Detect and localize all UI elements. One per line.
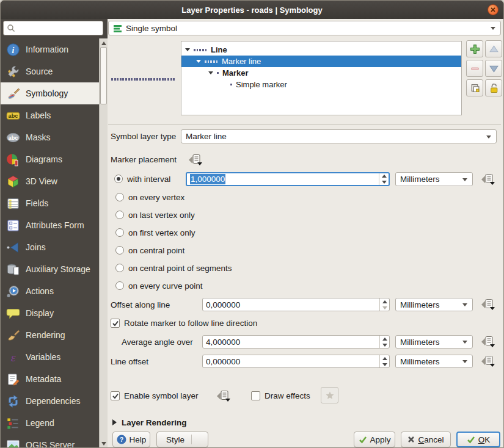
offset-along-line-spinbox[interactable]: 0,000000 bbox=[202, 298, 390, 311]
enable-symbol-layer-checkbox[interactable] bbox=[111, 391, 120, 400]
style-button[interactable]: Style bbox=[156, 432, 208, 447]
sidebar-item-labels[interactable]: abc Labels bbox=[1, 104, 99, 126]
spin-down-icon[interactable] bbox=[380, 305, 389, 311]
add-symbol-layer-button[interactable] bbox=[466, 40, 483, 57]
duplicate-icon bbox=[470, 83, 480, 93]
spin-down-icon[interactable] bbox=[380, 342, 389, 348]
spin-arrows bbox=[379, 355, 389, 367]
tree-row-simple-marker[interactable]: Simple marker bbox=[181, 79, 461, 90]
offset-along-line-unit-combo[interactable]: Millimeters bbox=[395, 298, 473, 311]
data-defined-override-icon[interactable] bbox=[188, 154, 203, 166]
on-central-point-label: on central point bbox=[128, 246, 184, 255]
layer-rendering-expander[interactable]: Layer Rendering bbox=[122, 418, 187, 427]
tree-row-marker[interactable]: Marker bbox=[181, 67, 461, 79]
on-every-vertex-radio[interactable] bbox=[115, 193, 124, 201]
spin-up-icon[interactable] bbox=[380, 355, 389, 361]
plus-icon bbox=[470, 44, 480, 54]
sidebar-item-legend[interactable]: Legend bbox=[1, 412, 99, 434]
apply-label: Apply bbox=[370, 435, 391, 444]
sidebar-scrollbar[interactable] bbox=[99, 38, 108, 448]
sidebar-item-label: Display bbox=[26, 308, 54, 318]
svg-text:abc: abc bbox=[9, 112, 18, 118]
lock-colors-button[interactable] bbox=[485, 79, 502, 96]
symbol-tree: Line Marker line Marker Simple marker bbox=[181, 41, 462, 115]
scroll-down-icon[interactable] bbox=[101, 442, 106, 446]
3d-view-icon bbox=[6, 175, 20, 189]
sidebar-item-label: Masks bbox=[26, 132, 50, 142]
on-central-point-of-segments-radio[interactable] bbox=[115, 264, 124, 272]
average-angle-over-spinbox[interactable]: 4,000000 bbox=[202, 335, 390, 349]
interval-spinbox[interactable]: 1,000000 bbox=[186, 172, 390, 186]
sidebar-item-auxiliary-storage[interactable]: Auxiliary Storage bbox=[1, 258, 99, 280]
expand-arrow-icon[interactable] bbox=[196, 60, 201, 63]
remove-symbol-layer-button[interactable] bbox=[466, 60, 483, 77]
with-interval-label: with interval bbox=[127, 175, 170, 184]
sidebar-item-attributes-form[interactable]: Attributes Form bbox=[1, 214, 99, 236]
close-button[interactable] bbox=[488, 4, 499, 15]
svg-text:i: i bbox=[12, 45, 15, 54]
spin-up-icon[interactable] bbox=[380, 336, 389, 342]
sidebar-item-dependencies[interactable]: Dependencies bbox=[1, 390, 99, 412]
search-input[interactable] bbox=[15, 24, 95, 33]
sidebar-item-symbology[interactable]: Symbology bbox=[1, 82, 99, 104]
data-defined-override-icon[interactable] bbox=[480, 173, 496, 186]
move-down-button[interactable] bbox=[485, 60, 502, 77]
sidebar-item-label: Legend bbox=[26, 418, 54, 428]
effects-options-button[interactable] bbox=[321, 387, 338, 403]
expand-arrow-icon[interactable] bbox=[185, 48, 190, 51]
spin-down-icon[interactable] bbox=[379, 179, 389, 186]
on-last-vertex-only-radio[interactable] bbox=[115, 211, 124, 219]
sidebar-item-variables[interactable]: ε Variables bbox=[1, 346, 99, 368]
sidebar-item-diagrams[interactable]: Diagrams bbox=[1, 148, 99, 170]
line-offset-unit-combo[interactable]: Millimeters bbox=[395, 355, 473, 368]
interval-unit-combo[interactable]: Millimeters bbox=[395, 172, 473, 186]
sidebar-item-information[interactable]: i Information bbox=[1, 38, 99, 60]
spin-down-icon[interactable] bbox=[380, 361, 389, 367]
sidebar-item-joins[interactable]: Joins bbox=[1, 236, 99, 258]
line-offset-spinbox[interactable]: 0,000000 bbox=[202, 355, 390, 368]
sidebar-item-display[interactable]: Display bbox=[1, 302, 99, 324]
marker-icon bbox=[217, 72, 219, 74]
on-every-curve-point-radio[interactable] bbox=[115, 281, 124, 290]
sidebar-item-fields[interactable]: Fields bbox=[1, 192, 99, 214]
variables-icon: ε bbox=[6, 350, 20, 364]
sidebar-item-source[interactable]: Source bbox=[1, 60, 99, 82]
symbol-layer-type-combo[interactable]: Marker line bbox=[181, 129, 497, 143]
data-defined-override-icon[interactable] bbox=[480, 298, 496, 311]
data-defined-override-icon[interactable] bbox=[480, 355, 496, 367]
scrollbar-thumb[interactable] bbox=[100, 47, 107, 104]
renderer-combo[interactable]: Single symbol bbox=[108, 21, 501, 35]
chevron-down-icon bbox=[462, 178, 467, 181]
move-up-button[interactable] bbox=[485, 40, 502, 57]
spin-up-icon[interactable] bbox=[379, 173, 389, 179]
data-defined-override-icon[interactable] bbox=[216, 390, 232, 402]
draw-effects-checkbox[interactable] bbox=[251, 391, 260, 400]
tree-row-marker-line[interactable]: Marker line bbox=[181, 56, 461, 67]
sidebar-item-actions[interactable]: Actions bbox=[1, 280, 99, 302]
diagrams-icon bbox=[6, 153, 20, 167]
on-central-point-radio[interactable] bbox=[115, 246, 124, 255]
rotate-marker-checkbox[interactable] bbox=[111, 319, 120, 328]
apply-button[interactable]: Apply bbox=[354, 432, 395, 447]
help-button[interactable]: ? Help bbox=[112, 432, 150, 447]
cancel-button[interactable]: Cancel bbox=[401, 432, 451, 447]
ok-button[interactable]: OK bbox=[456, 432, 500, 447]
with-interval-radio[interactable] bbox=[114, 175, 123, 183]
on-first-vertex-only-radio[interactable] bbox=[115, 228, 124, 237]
auxiliary-storage-icon bbox=[6, 262, 20, 276]
sidebar-item-qgis-server[interactable]: QGIS Server bbox=[1, 434, 99, 448]
expander-arrow-icon[interactable] bbox=[112, 419, 117, 425]
spin-up-icon[interactable] bbox=[380, 298, 389, 305]
on-central-point-of-segments-label: on central point of segments bbox=[128, 264, 232, 273]
tree-row-line[interactable]: Line bbox=[181, 44, 461, 56]
duplicate-symbol-layer-button[interactable] bbox=[466, 79, 483, 96]
sidebar-item-masks[interactable]: abc Masks bbox=[1, 126, 99, 148]
data-defined-override-icon[interactable] bbox=[480, 336, 496, 348]
expand-arrow-icon[interactable] bbox=[208, 71, 213, 74]
average-angle-over-unit-combo[interactable]: Millimeters bbox=[395, 335, 473, 349]
sidebar-item-rendering[interactable]: Rendering bbox=[1, 324, 99, 346]
sidebar-item-metadata[interactable]: Metadata bbox=[1, 368, 99, 390]
scroll-up-icon[interactable] bbox=[101, 42, 106, 45]
sidebar-item-3d-view[interactable]: 3D View bbox=[1, 170, 99, 192]
draw-effects-label: Draw effects bbox=[265, 391, 310, 400]
